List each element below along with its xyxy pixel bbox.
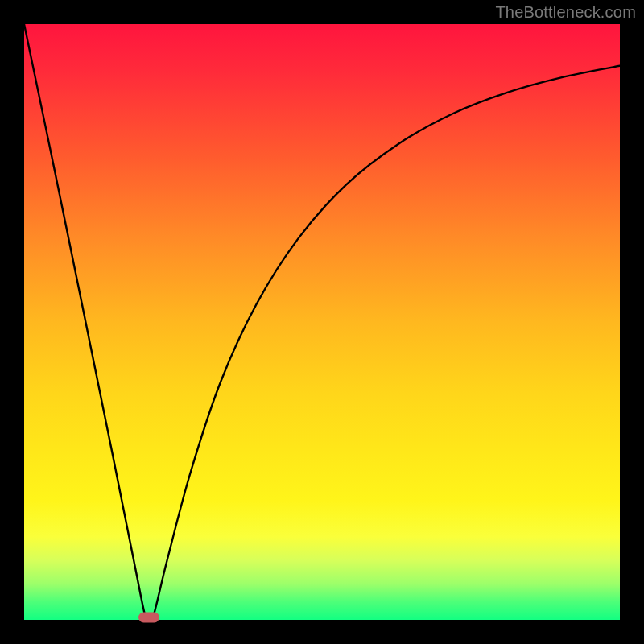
plot-area <box>24 24 620 620</box>
optimum-marker <box>138 613 159 623</box>
curve-svg <box>24 24 620 620</box>
watermark-text: TheBottleneck.com <box>495 3 636 22</box>
chart-frame: TheBottleneck.com <box>0 0 644 644</box>
bottleneck-curve <box>24 24 620 620</box>
